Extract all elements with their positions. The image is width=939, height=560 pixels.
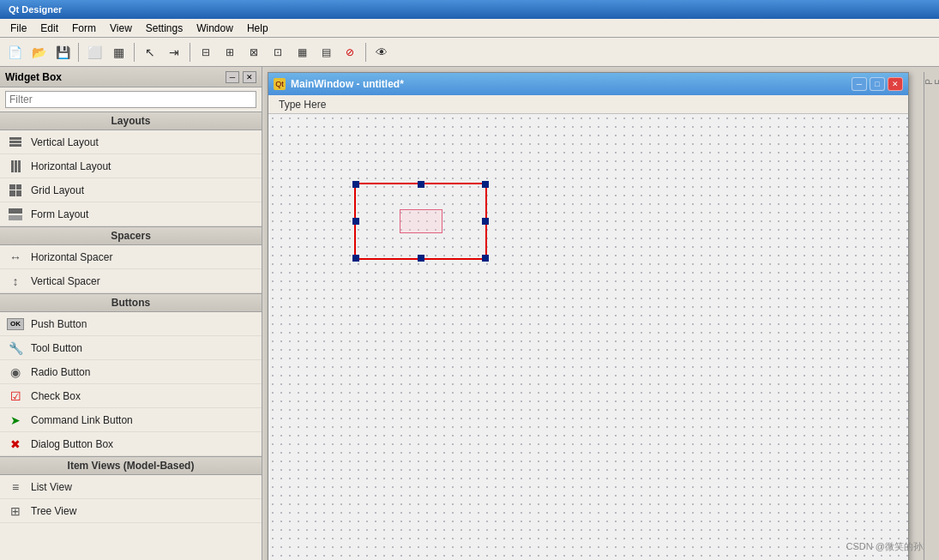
dialog-button-box-label: Dialog Button Box — [31, 438, 113, 450]
list-item-list-view[interactable]: ≡ List View — [0, 475, 262, 499]
toolbar-tab-order-btn[interactable]: ⇥ — [163, 41, 185, 63]
handle-mid-left[interactable] — [352, 218, 359, 225]
toolbar-widget-editor-btn[interactable]: ⬜ — [83, 41, 105, 63]
list-item-horizontal-layout[interactable]: Horizontal Layout — [0, 154, 262, 178]
toolbar-select-btn[interactable]: ↖ — [139, 41, 161, 63]
list-item-vertical-spacer[interactable]: ↕ Vertical Spacer — [0, 269, 262, 293]
csdn-watermark: CSDN @微笑的孙君 — [846, 540, 932, 553]
list-item-push-button[interactable]: OK Push Button — [0, 312, 262, 336]
list-item-dialog-button-box[interactable]: ✖ Dialog Button Box — [0, 432, 262, 456]
toolbar-sep-3 — [190, 43, 190, 62]
toolbar-sep-1 — [78, 43, 79, 62]
list-item-tree-view[interactable]: ⊞ Tree View — [0, 499, 262, 523]
command-link-button-icon: ➤ — [7, 412, 24, 429]
list-item-tool-button[interactable]: 🔧 Tool Button — [0, 336, 262, 360]
menu-bar: File Edit Form View Settings Window Help — [0, 19, 939, 38]
canvas-area: Qt MainWindow - untitled* ─ □ ✕ Type Her… — [262, 67, 939, 560]
horizontal-layout-label: Horizontal Layout — [31, 160, 111, 172]
horizontal-spacer-label: Horizontal Spacer — [31, 251, 112, 263]
handle-bot-right[interactable] — [482, 255, 489, 262]
qt-canvas[interactable] — [268, 114, 908, 560]
toolbar-preview-btn[interactable]: 👁 — [370, 41, 393, 63]
toolbar-layout-sp-h-btn[interactable]: ⊠ — [243, 41, 265, 63]
app-title: Qt Designer — [9, 4, 62, 15]
toolbar-save-btn[interactable]: 💾 — [51, 41, 74, 63]
list-item-vertical-layout[interactable]: Vertical Layout — [0, 130, 262, 154]
form-layout-icon — [7, 206, 24, 223]
filter-input[interactable] — [5, 91, 256, 108]
handle-bot-mid[interactable] — [418, 255, 424, 262]
tool-button-icon: 🔧 — [7, 340, 24, 357]
toolbar-layout-v-btn[interactable]: ⊞ — [219, 41, 241, 63]
selected-frame[interactable] — [354, 183, 487, 260]
vertical-layout-label: Vertical Layout — [31, 136, 99, 148]
widget-box-pin-btn[interactable]: ─ — [226, 71, 239, 83]
grid-layout-icon — [7, 182, 24, 199]
qt-titlebar: Qt MainWindow - untitled* ─ □ ✕ — [268, 73, 908, 95]
menu-form[interactable]: Form — [65, 21, 103, 36]
handle-top-right[interactable] — [482, 181, 489, 188]
category-layouts: Layouts — [0, 111, 262, 130]
push-button-icon: OK — [7, 316, 24, 333]
qt-minimize-btn[interactable]: ─ — [852, 77, 867, 91]
list-view-label: List View — [31, 481, 72, 493]
tool-button-label: Tool Button — [31, 342, 82, 354]
toolbar-layout-sp-v-btn[interactable]: ⊡ — [267, 41, 289, 63]
toolbar: 📄 📂 💾 ⬜ ▦ ↖ ⇥ ⊟ ⊞ ⊠ ⊡ ▦ ▤ ⊘ 👁 — [0, 38, 939, 67]
list-item-check-box[interactable]: ☑ Check Box — [0, 384, 262, 408]
toolbar-layout-form-btn[interactable]: ▤ — [315, 41, 337, 63]
menu-window[interactable]: Window — [190, 21, 240, 36]
handle-top-mid[interactable] — [418, 181, 424, 188]
qt-menubar-type-here[interactable]: Type Here — [274, 97, 331, 112]
horizontal-layout-icon — [7, 158, 24, 175]
toolbar-open-btn[interactable]: 📂 — [27, 41, 50, 63]
app-chrome: Qt Designer File Edit Form View Settings… — [0, 0, 939, 560]
widget-box-header: Widget Box ─ ✕ — [0, 67, 262, 87]
toolbar-sep-2 — [134, 43, 135, 62]
right-panel-labels: PFSp — [924, 79, 939, 85]
vertical-spacer-label: Vertical Spacer — [31, 275, 100, 287]
tree-view-label: Tree View — [31, 505, 76, 517]
handle-mid-right[interactable] — [482, 218, 489, 225]
toolbar-layout-break-btn[interactable]: ⊘ — [339, 41, 361, 63]
form-layout-label: Form Layout — [31, 208, 88, 220]
tree-view-icon: ⊞ — [7, 503, 24, 520]
radio-button-icon: ◉ — [7, 364, 24, 381]
push-button-label: Push Button — [31, 318, 87, 330]
handle-bot-left[interactable] — [352, 255, 359, 262]
category-spacers: Spacers — [0, 226, 262, 245]
toolbar-layout-h-btn[interactable]: ⊟ — [195, 41, 217, 63]
widget-list: Layouts Vertical Layout Horizontal Layou… — [0, 111, 262, 560]
menu-help[interactable]: Help — [240, 21, 275, 36]
title-bar: Qt Designer — [0, 0, 939, 19]
radio-button-label: Radio Button — [31, 366, 90, 378]
toolbar-ui-designer-btn[interactable]: ▦ — [107, 41, 129, 63]
widget-box-close-btn[interactable]: ✕ — [243, 71, 256, 83]
toolbar-sep-4 — [365, 43, 366, 62]
inner-push-button[interactable] — [400, 209, 442, 233]
qt-app-icon: Qt — [274, 78, 286, 90]
grid-layout-label: Grid Layout — [31, 184, 84, 196]
toolbar-new-btn[interactable]: 📄 — [3, 41, 26, 63]
list-item-form-layout[interactable]: Form Layout — [0, 202, 262, 226]
qt-maximize-btn[interactable]: □ — [870, 77, 885, 91]
menu-view[interactable]: View — [103, 21, 139, 36]
qt-title-left: Qt MainWindow - untitled* — [274, 78, 404, 90]
menu-file[interactable]: File — [3, 21, 33, 36]
menu-settings[interactable]: Settings — [139, 21, 190, 36]
qt-close-btn[interactable]: ✕ — [888, 77, 903, 91]
list-item-horizontal-spacer[interactable]: ↔ Horizontal Spacer — [0, 245, 262, 269]
toolbar-layout-grid-btn[interactable]: ▦ — [291, 41, 313, 63]
handle-top-left[interactable] — [352, 181, 359, 188]
widget-box-controls: ─ ✕ — [226, 71, 256, 83]
list-item-command-link-button[interactable]: ➤ Command Link Button — [0, 408, 262, 432]
widget-box: Widget Box ─ ✕ Layouts Vertical Layout — [0, 67, 262, 560]
list-view-icon: ≡ — [7, 479, 24, 496]
list-item-grid-layout[interactable]: Grid Layout — [0, 178, 262, 202]
check-box-icon: ☑ — [7, 388, 24, 405]
check-box-label: Check Box — [31, 390, 81, 402]
menu-edit[interactable]: Edit — [33, 21, 65, 36]
horizontal-spacer-icon: ↔ — [7, 249, 24, 266]
category-buttons: Buttons — [0, 293, 262, 312]
list-item-radio-button[interactable]: ◉ Radio Button — [0, 360, 262, 384]
